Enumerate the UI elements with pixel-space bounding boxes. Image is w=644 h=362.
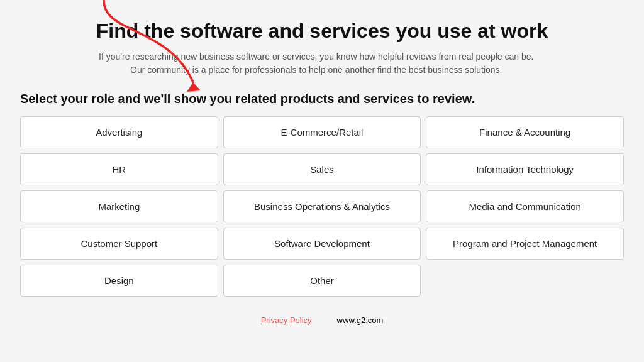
page-title: Find the software and services you use a… [96,19,548,43]
role-btn-sales[interactable]: Sales [223,153,421,185]
role-btn-media-communication[interactable]: Media and Communication [426,190,624,222]
page-header: Find the software and services you use a… [96,19,548,77]
role-btn-marketing[interactable]: Marketing [20,190,218,222]
role-btn-business-operations[interactable]: Business Operations & Analytics [223,190,421,222]
select-role-label: Select your role and we'll show you rela… [20,92,624,106]
svg-marker-0 [187,82,201,92]
role-btn-other[interactable]: Other [223,265,421,297]
role-btn-ecommerce[interactable]: E-Commerce/Retail [223,116,421,148]
footer: Privacy Policy www.g2.com [261,315,384,325]
role-btn-software-development[interactable]: Software Development [223,228,421,260]
role-btn-advertising[interactable]: Advertising [20,116,218,148]
role-btn-design[interactable]: Design [20,265,218,297]
page-subtitle: If you're researching new business softw… [96,50,536,77]
privacy-policy-link[interactable]: Privacy Policy [261,315,312,325]
role-btn-hr[interactable]: HR [20,153,218,185]
role-btn-information-technology[interactable]: Information Technology [426,153,624,185]
role-btn-customer-support[interactable]: Customer Support [20,228,218,260]
role-btn-finance[interactable]: Finance & Accounting [426,116,624,148]
role-btn-program-project[interactable]: Program and Project Management [426,228,624,260]
roles-grid: AdvertisingE-Commerce/RetailFinance & Ac… [20,116,624,297]
site-url: www.g2.com [337,315,384,325]
